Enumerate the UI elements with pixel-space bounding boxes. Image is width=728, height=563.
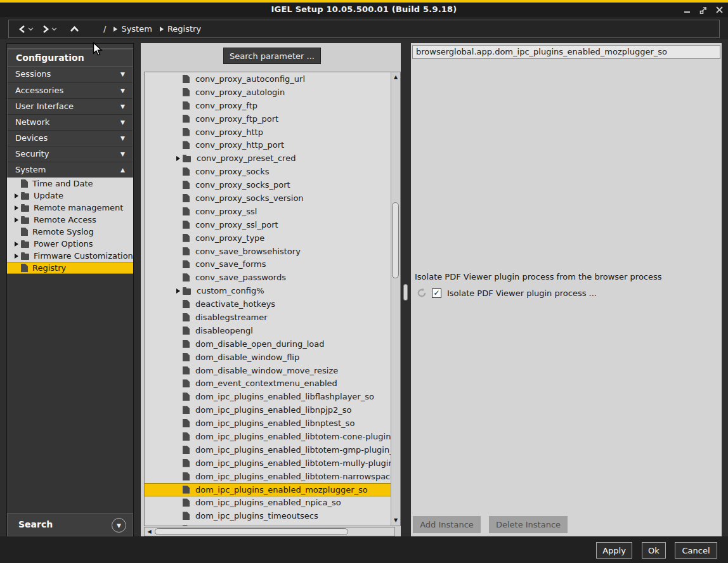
registry-item[interactable]: dom_ipc_plugins_enabled_mozplugger_so	[145, 483, 391, 496]
add-instance-button[interactable]: Add Instance	[413, 516, 481, 533]
tree-item[interactable]: Firmware Customization	[7, 250, 133, 262]
registry-item[interactable]: dom_disable_open_during_load	[145, 337, 391, 351]
cancel-button[interactable]: Cancel	[675, 542, 717, 559]
vertical-scrollbar[interactable]	[391, 72, 400, 526]
section-arrow-icon	[120, 67, 125, 82]
chevron-up-icon	[70, 26, 79, 32]
breadcrumb-item[interactable]: System	[114, 24, 152, 34]
parameter-value-row: ✓ Isolate PDF Viewer plugin process ...	[417, 288, 597, 298]
sidebar-search-section[interactable]: Search	[7, 513, 133, 536]
up-level-button[interactable]	[70, 26, 79, 32]
sidebar-section[interactable]: Sessions	[8, 67, 133, 82]
registry-item[interactable]: conv_proxy_ssl	[145, 205, 391, 218]
registry-item[interactable]: dom_ipc_plugins_timeoutsecs	[145, 509, 391, 522]
registry-item[interactable]: conv_proxy_autologin	[145, 86, 391, 99]
registry-item[interactable]: conv_proxy_preset_cred	[145, 152, 391, 165]
registry-item[interactable]: conv_save_passwords	[145, 271, 391, 284]
forward-history-dropdown[interactable]	[51, 27, 57, 31]
registry-item[interactable]: conv_proxy_ftp	[145, 99, 391, 112]
node-icon	[183, 194, 190, 202]
registry-item[interactable]: conv_proxy_socks_port	[145, 178, 391, 191]
registry-item[interactable]: conv_proxy_type	[145, 231, 391, 245]
sidebar-section[interactable]: Accessories	[8, 82, 133, 98]
expander-icon[interactable]	[12, 254, 21, 259]
registry-item[interactable]: disablegstreamer	[145, 311, 391, 324]
registry-item[interactable]: dom_ipc_plugins_enabled_libtotem-cone-pl…	[145, 430, 391, 443]
sidebar-section[interactable]: System	[8, 162, 133, 178]
node-icon	[183, 156, 191, 162]
registry-item[interactable]: conv_proxy_autoconfig_url	[145, 72, 391, 86]
node-icon	[21, 254, 29, 260]
registry-item[interactable]: dom_disable_window_flip	[145, 351, 391, 364]
registry-item[interactable]: conv_save_browsehistory	[145, 245, 391, 258]
node-icon	[183, 207, 190, 216]
back-button[interactable]	[18, 25, 27, 34]
registry-item[interactable]: deactivate_hotkeys	[145, 297, 391, 311]
registry-item[interactable]: dom_ipc_plugins_enabled_libflashplayer_s…	[145, 390, 391, 403]
expander-icon[interactable]	[174, 156, 183, 161]
vertical-scrollbar-thumb[interactable]	[392, 202, 399, 278]
expander-icon[interactable]	[174, 288, 183, 294]
registry-item[interactable]: conv_save_forms	[145, 257, 391, 271]
tree-item[interactable]: Power Options	[7, 238, 133, 250]
tree-item[interactable]: Update	[7, 190, 133, 202]
registry-item[interactable]: conv_proxy_socks_version	[145, 191, 391, 205]
forward-button[interactable]	[41, 25, 50, 34]
registry-item[interactable]: conv_proxy_ftp_port	[145, 112, 391, 126]
back-history-dropdown[interactable]	[28, 27, 34, 31]
node-icon	[21, 264, 28, 272]
delete-instance-button[interactable]: Delete Instance	[489, 516, 568, 533]
parameter-path-field[interactable]: browserglobal.app.dom_ipc_plugins_enable…	[412, 45, 720, 59]
expander-icon[interactable]	[12, 205, 21, 210]
sidebar-section[interactable]: Devices	[8, 130, 133, 146]
registry-item[interactable]: disableopengl	[145, 324, 391, 337]
node-icon	[21, 217, 29, 224]
sidebar-section[interactable]: Security	[8, 146, 133, 162]
registry-item[interactable]: conv_proxy_http_port	[145, 138, 391, 152]
registry-item[interactable]: dom_ipc_plugins_enabled_libtotem-narrows…	[145, 470, 391, 483]
expander-icon[interactable]	[12, 217, 21, 223]
sidebar-section[interactable]: User Interface	[8, 98, 133, 114]
registry-item[interactable]: dom_ipc_plugins_enabled_libtotem-gmp-plu…	[145, 443, 391, 456]
ok-button[interactable]: Ok	[642, 542, 666, 559]
registry-item[interactable]: conv_proxy_http	[145, 126, 391, 139]
isolate-pdf-checkbox[interactable]: ✓	[432, 288, 441, 298]
tree-item[interactable]: Remote Syslog	[7, 226, 133, 238]
search-expand-icon[interactable]	[112, 518, 126, 533]
registry-item[interactable]: conv_proxy_ssl_port	[145, 218, 391, 231]
tree-item[interactable]: Time and Date	[7, 178, 133, 190]
sidebar-section[interactable]: Network	[8, 114, 133, 130]
restore-button[interactable]	[699, 6, 707, 14]
search-parameter-button[interactable]: Search parameter ...	[223, 48, 321, 64]
registry-item[interactable]: dom_ipc_plugins_enabled_npica_so	[145, 496, 391, 510]
scroll-left-icon[interactable]	[145, 527, 153, 536]
apply-button[interactable]: Apply	[596, 542, 632, 559]
parameter-description: Isolate PDF Viewer plugin process from t…	[415, 272, 662, 282]
sidebar-sections: Sessions Accessories User Interface Netw…	[7, 67, 133, 178]
horizontal-scrollbar[interactable]	[144, 527, 395, 536]
expander-icon[interactable]	[12, 193, 21, 198]
titlebar[interactable]: IGEL Setup 10.05.500.01 (Build 5.9.18)	[0, 3, 728, 17]
scroll-up-icon[interactable]	[391, 73, 400, 82]
minimize-button[interactable]	[684, 6, 691, 13]
registry-item[interactable]: dom_ipc_plugins_enabled_libnpjp2_so	[145, 403, 391, 417]
close-button[interactable]	[716, 6, 723, 13]
splitter-handle-right[interactable]	[403, 284, 408, 301]
registry-item[interactable]	[145, 522, 391, 526]
breadcrumb-item[interactable]: Registry	[160, 24, 201, 34]
registry-item[interactable]: dom_ipc_plugins_enabled_libtotem-mully-p…	[145, 456, 391, 470]
tree-item[interactable]: Remote Access	[7, 214, 133, 226]
chevron-right-icon	[41, 25, 50, 34]
horizontal-scrollbar-thumb[interactable]	[155, 528, 348, 535]
tree-item[interactable]: Remote management	[7, 202, 133, 214]
scroll-down-icon[interactable]	[391, 516, 400, 525]
parameter-detail-panel: browserglobal.app.dom_ipc_plugins_enable…	[411, 43, 722, 536]
registry-item[interactable]: dom_disable_window_move_resize	[145, 364, 391, 377]
registry-item[interactable]: dom_event_contextmenu_enabled	[145, 377, 391, 390]
tree-item[interactable]: Registry	[7, 262, 133, 274]
expander-icon[interactable]	[12, 242, 21, 247]
registry-item[interactable]: conv_proxy_socks	[145, 165, 391, 178]
registry-item[interactable]: custom_config%	[145, 284, 391, 297]
registry-item[interactable]: dom_ipc_plugins_enabled_libnptest_so	[145, 417, 391, 430]
reset-to-default-icon[interactable]	[417, 288, 427, 298]
